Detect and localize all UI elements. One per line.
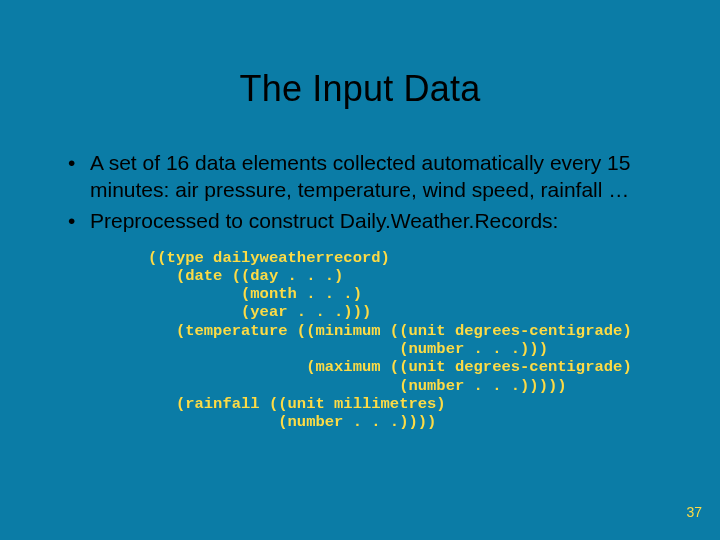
slide-body: A set of 16 data elements collected auto… <box>0 110 720 431</box>
page-number: 37 <box>686 504 702 520</box>
code-block: ((type dailyweatherrecord) (date ((day .… <box>60 239 660 432</box>
list-item: Preprocessed to construct Daily.Weather.… <box>60 208 660 235</box>
slide: The Input Data A set of 16 data elements… <box>0 0 720 540</box>
list-item: A set of 16 data elements collected auto… <box>60 150 660 204</box>
slide-title: The Input Data <box>0 0 720 110</box>
bullet-list: A set of 16 data elements collected auto… <box>60 150 660 235</box>
